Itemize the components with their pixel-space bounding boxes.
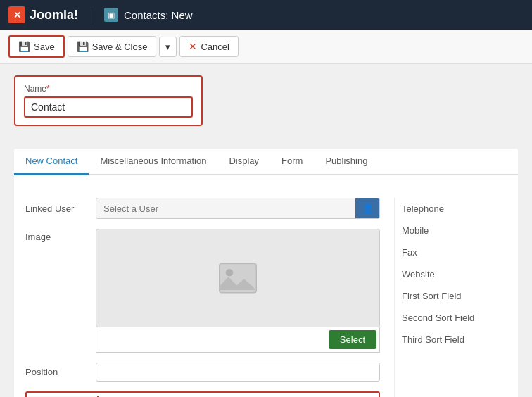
name-field-wrapper: Name*	[14, 75, 203, 126]
linked-user-input-wrapper: 👤	[96, 198, 380, 219]
page-title: Contacts: New	[124, 9, 193, 21]
tab-bar: New Contact Miscellaneous Information Di…	[14, 149, 518, 175]
form-columns: Linked User 👤 Image	[25, 198, 507, 397]
image-bottom-bar: Select	[96, 327, 380, 353]
save-button[interactable]: 💾 Save	[8, 35, 65, 58]
name-input-box	[24, 96, 193, 118]
form-container: New Contact Miscellaneous Information Di…	[14, 149, 518, 397]
name-label: Name*	[24, 84, 193, 94]
cancel-label: Cancel	[201, 42, 229, 52]
save-close-icon: 💾	[77, 41, 89, 52]
mobile-label: Mobile	[402, 220, 507, 241]
required-marker: *	[46, 84, 50, 94]
joomla-logo-text: Joomla!	[30, 8, 78, 23]
telephone-label: Telephone	[402, 198, 507, 220]
cancel-button[interactable]: ✕ Cancel	[179, 36, 238, 57]
image-control: Select	[96, 229, 380, 353]
position-control	[96, 363, 380, 382]
svg-point-1	[226, 269, 234, 277]
joomla-x-icon: ✕	[8, 6, 25, 23]
name-input[interactable]	[31, 101, 186, 113]
position-input[interactable]	[96, 363, 380, 382]
image-placeholder	[96, 229, 380, 327]
image-placeholder-icon	[217, 260, 259, 296]
nav-divider	[91, 6, 91, 23]
fax-label: Fax	[402, 241, 507, 263]
first-sort-field-label: First Sort Field	[402, 285, 507, 307]
save-close-button[interactable]: 💾 Save & Close	[68, 36, 157, 57]
linked-user-label: Linked User	[25, 203, 96, 214]
chevron-down-icon: ▾	[165, 42, 170, 52]
save-close-label: Save & Close	[92, 42, 148, 52]
position-label: Position	[25, 367, 96, 377]
cancel-icon: ✕	[189, 41, 197, 52]
third-sort-field-label: Third Sort Field	[402, 329, 507, 351]
save-icon: 💾	[18, 41, 30, 52]
linked-user-field: Linked User 👤	[25, 198, 380, 219]
top-navigation-bar: ✕ Joomla! ▣ Contacts: New	[0, 0, 532, 30]
user-icon: 👤	[362, 203, 374, 214]
form-body: Linked User 👤 Image	[14, 187, 518, 397]
page-icon: ▣	[104, 8, 118, 22]
linked-user-input[interactable]	[96, 199, 355, 218]
tab-display[interactable]: Display	[217, 149, 270, 175]
joomla-logo: ✕ Joomla!	[8, 6, 78, 23]
linked-user-icon-button[interactable]: 👤	[355, 198, 379, 218]
tab-new-contact[interactable]: New Contact	[14, 149, 89, 175]
tab-form[interactable]: Form	[270, 149, 314, 175]
image-field: Image Select	[25, 229, 380, 353]
form-left-column: Linked User 👤 Image	[25, 198, 394, 397]
website-label: Website	[402, 263, 507, 285]
page-title-area: ▣ Contacts: New	[104, 8, 193, 22]
tab-publishing[interactable]: Publishing	[314, 149, 379, 175]
image-label: Image	[25, 229, 96, 242]
name-section: Name*	[14, 75, 518, 137]
second-sort-field-label: Second Sort Field	[402, 307, 507, 329]
dropdown-button[interactable]: ▾	[159, 37, 177, 57]
linked-user-control: 👤	[96, 198, 380, 219]
position-field: Position	[25, 363, 380, 382]
save-label: Save	[34, 42, 55, 52]
contacts-icon: ▣	[108, 11, 115, 20]
toolbar: 💾 Save 💾 Save & Close ▾ ✕ Cancel	[0, 30, 532, 64]
form-right-column: Telephone Mobile Fax Website First Sort …	[394, 198, 507, 397]
content-area: Name* New Contact Miscellaneous Informat…	[0, 64, 532, 397]
email-field: Email	[25, 391, 380, 397]
tab-misc-info[interactable]: Miscellaneous Information	[89, 149, 217, 175]
select-button[interactable]: Select	[329, 330, 376, 349]
email-input-area	[99, 394, 377, 397]
